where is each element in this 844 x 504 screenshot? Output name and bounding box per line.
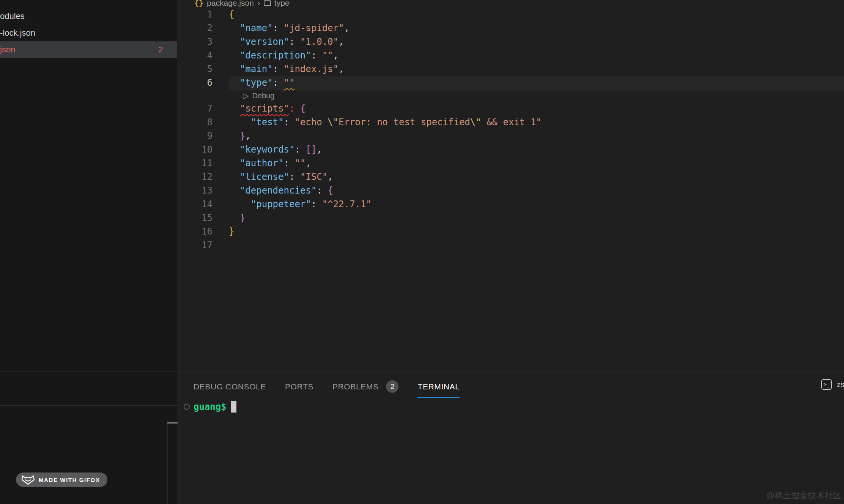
- code-text: "dependencies": {: [229, 184, 844, 197]
- panel-tab-terminal[interactable]: TERMINAL: [417, 380, 460, 398]
- shell-name-label[interactable]: zs: [837, 380, 844, 389]
- code-line[interactable]: 15 }: [178, 211, 844, 225]
- explorer-sidebar: odules-lock.jsonjson2 MADE WITH GIFOX: [0, 0, 178, 504]
- line-number: 2: [178, 21, 213, 35]
- code-text: "scripts": {: [229, 102, 844, 115]
- line-number: 13: [178, 184, 213, 197]
- code-text: "type": "": [229, 76, 844, 90]
- line-number: 15: [178, 211, 213, 225]
- sidebar-pane-border: [167, 424, 168, 504]
- code-text: "license": "ISC",: [229, 170, 844, 184]
- vscode-window: odules-lock.jsonjson2 MADE WITH GIFOX {}…: [0, 0, 844, 504]
- code-text: "author": "",: [229, 156, 844, 170]
- command-decoration-icon: [184, 404, 190, 410]
- codelens-label: Debug: [252, 91, 274, 100]
- symbol-string-icon: [264, 0, 271, 6]
- code-line[interactable]: 5 "main": "index.js",: [178, 62, 844, 76]
- code-text: }: [229, 225, 844, 238]
- json-file-icon: {}: [194, 0, 203, 8]
- panel-tab-ports[interactable]: PORTS: [285, 380, 313, 398]
- line-number: 1: [178, 8, 213, 21]
- line-number: 17: [178, 238, 213, 252]
- sidebar-scrollbar-handle[interactable]: [167, 422, 178, 424]
- line-number: 6: [178, 76, 213, 90]
- tab-count-badge: 2: [386, 380, 398, 393]
- panel-tab-debug-console[interactable]: DEBUG CONSOLE: [194, 380, 266, 398]
- code-line[interactable]: 9 },: [178, 129, 844, 143]
- file-label: odules: [0, 11, 25, 21]
- code-line[interactable]: 10 "keywords": [],: [178, 143, 844, 156]
- breadcrumb-symbol[interactable]: type: [274, 0, 290, 8]
- indent-guide: [229, 35, 229, 49]
- sidebar-section-divider: [0, 388, 178, 388]
- file-label: -lock.json: [0, 28, 35, 38]
- file-row[interactable]: json2: [0, 41, 177, 58]
- code-line[interactable]: 8 "test": "echo \"Error: no test specifi…: [178, 115, 844, 129]
- line-number: 9: [178, 129, 213, 143]
- indent-guide: [240, 115, 240, 129]
- code-line[interactable]: 6 "type": "": [178, 76, 844, 90]
- play-icon: ▷: [243, 92, 249, 99]
- bottom-panel: DEBUG CONSOLEPORTSPROBLEMS2TERMINAL >_ z…: [178, 372, 844, 504]
- indent-guide: [229, 21, 229, 35]
- terminal-prompt: guang$: [194, 400, 227, 413]
- line-number: 4: [178, 49, 213, 62]
- panel-split-border[interactable]: [0, 372, 844, 372]
- line-number: 16: [178, 225, 213, 238]
- sidebar-editor-border[interactable]: [178, 0, 178, 504]
- code-line[interactable]: 3 "version": "1.0.0",: [178, 35, 844, 49]
- code-line[interactable]: 13 "dependencies": {: [178, 184, 844, 197]
- file-row[interactable]: -lock.json: [0, 25, 177, 41]
- indent-guide: [229, 170, 229, 184]
- code-line[interactable]: 14 "puppeteer": "^22.7.1": [178, 197, 844, 211]
- gifox-badge: MADE WITH GIFOX: [16, 472, 107, 487]
- indent-guide: [229, 197, 229, 211]
- line-number: 10: [178, 143, 213, 156]
- gifox-fox-icon: [22, 475, 35, 485]
- debug-codelens[interactable]: ▷Debug: [178, 90, 844, 102]
- line-number: 12: [178, 170, 213, 184]
- file-label: json: [0, 45, 15, 55]
- tab-label: PROBLEMS: [332, 382, 379, 391]
- indent-guide: [229, 156, 229, 170]
- gifox-label: MADE WITH GIFOX: [39, 477, 100, 483]
- panel-right-controls: >_ zs: [821, 379, 844, 390]
- watermark-text: @稀土掘金技术社区: [766, 490, 841, 501]
- panel-tabs: DEBUG CONSOLEPORTSPROBLEMS2TERMINAL: [194, 380, 460, 398]
- indent-guide: [229, 76, 229, 90]
- code-text: "keywords": [],: [229, 143, 844, 156]
- line-number: 14: [178, 197, 213, 211]
- code-text: {: [229, 8, 844, 21]
- editor-pane: {} package.json › type 1{2 "name": "jd-s…: [178, 0, 844, 372]
- code-text: },: [229, 129, 844, 143]
- tab-label: TERMINAL: [417, 382, 460, 391]
- indent-guide: [229, 143, 229, 156]
- indent-guide: [229, 211, 229, 225]
- code-text: "main": "index.js",: [229, 62, 844, 76]
- sidebar-section-divider: [0, 405, 178, 406]
- breadcrumb: {} package.json › type: [194, 0, 290, 8]
- indent-guide: [229, 62, 229, 76]
- line-number: 8: [178, 115, 213, 129]
- code-line[interactable]: 16}: [178, 225, 844, 238]
- code-line[interactable]: 17: [178, 238, 844, 252]
- code-text: "puppeteer": "^22.7.1": [229, 197, 844, 211]
- file-row[interactable]: odules: [0, 8, 177, 25]
- breadcrumb-file[interactable]: package.json: [207, 0, 254, 8]
- code-line[interactable]: 11 "author": "",: [178, 156, 844, 170]
- indent-guide: [229, 129, 229, 143]
- code-line[interactable]: 4 "description": "",: [178, 49, 844, 62]
- terminal-content[interactable]: guang$: [184, 400, 236, 413]
- code-text: "description": "",: [229, 49, 844, 62]
- indent-guide: [240, 197, 240, 211]
- code-line[interactable]: 12 "license": "ISC",: [178, 170, 844, 184]
- indent-guide: [229, 49, 229, 62]
- code-line[interactable]: 1{: [178, 8, 844, 21]
- panel-tab-problems[interactable]: PROBLEMS2: [332, 380, 399, 398]
- code-text: "test": "echo \"Error: no test specified…: [229, 115, 844, 129]
- indent-guide: [229, 184, 229, 197]
- tab-label: PORTS: [285, 382, 313, 391]
- code-line[interactable]: 7 "scripts": {: [178, 102, 844, 115]
- terminal-icon[interactable]: >_: [821, 379, 832, 390]
- code-line[interactable]: 2 "name": "jd-spider",: [178, 21, 844, 35]
